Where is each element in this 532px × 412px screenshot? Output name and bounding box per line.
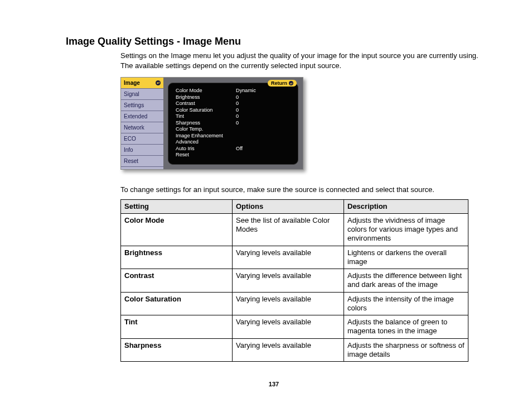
osd-tab-label: Image (124, 80, 140, 86)
osd-setting-row[interactable]: Brightness0 (176, 94, 291, 101)
osd-setting-value: 0 (236, 120, 239, 127)
osd-tab-label: Info (124, 147, 133, 153)
osd-setting-name: Contrast (176, 100, 236, 107)
table-row: BrightnessVarying levels availableLighte… (121, 246, 468, 269)
cell-description: Adjusts the intensity of the image color… (344, 292, 468, 315)
osd-sidebar: Image↵SignalSettingsExtendedNetworkECOIn… (121, 78, 163, 169)
cell-description: Adjusts the vividness of image colors fo… (344, 213, 468, 246)
return-label: Return (271, 80, 287, 86)
osd-setting-row[interactable]: Color Saturation0 (176, 107, 291, 114)
cell-description: Adjusts the difference between light and… (344, 269, 468, 293)
osd-settings-panel: Color ModeDynamicBrightness0Contrast0Col… (168, 83, 298, 165)
osd-tab-signal[interactable]: Signal (121, 89, 163, 100)
osd-tab-network[interactable]: Network (121, 122, 163, 133)
cell-options: Varying levels available (233, 338, 344, 362)
osd-setting-value: 0 (236, 113, 239, 120)
settings-table: Setting Options Description Color ModeSe… (120, 199, 468, 362)
osd-setting-name: Advanced (176, 139, 236, 146)
col-options: Options (233, 199, 344, 213)
osd-setting-name: Color Mode (176, 88, 236, 94)
page-title: Image Quality Settings - Image Menu (66, 36, 482, 47)
osd-tab-settings[interactable]: Settings (121, 100, 163, 111)
intro-text: Settings on the Image menu let you adjus… (120, 51, 482, 70)
osd-window: Image↵SignalSettingsExtendedNetworkECOIn… (120, 77, 303, 170)
osd-tab-label: Settings (124, 102, 144, 108)
return-button[interactable]: Return ↵ (268, 80, 297, 87)
osd-screenshot: Image↵SignalSettingsExtendedNetworkECOIn… (120, 77, 482, 170)
osd-setting-row[interactable]: Tint0 (176, 113, 291, 120)
osd-tab-label: Network (124, 124, 144, 131)
table-header-row: Setting Options Description (121, 199, 468, 213)
osd-setting-row[interactable]: Advanced (176, 139, 291, 146)
osd-setting-row[interactable]: Reset (176, 152, 291, 159)
osd-tab-label: Signal (124, 91, 139, 97)
osd-setting-value: Off (236, 146, 243, 152)
osd-setting-value: 0 (236, 94, 239, 101)
osd-setting-row[interactable]: Color ModeDynamic (176, 88, 291, 94)
osd-tab-image[interactable]: Image↵ (121, 78, 163, 89)
osd-tab-label: Reset (124, 158, 138, 164)
osd-tab-info[interactable]: Info (121, 145, 163, 156)
table-row: ContrastVarying levels availableAdjusts … (121, 269, 468, 293)
col-description: Description (344, 199, 468, 213)
table-row: Color SaturationVarying levels available… (121, 292, 468, 315)
enter-icon: ↵ (289, 81, 293, 85)
osd-setting-name: Reset (176, 152, 236, 159)
osd-tab-eco[interactable]: ECO (121, 133, 163, 145)
page-number: 137 (66, 381, 482, 387)
cell-description: Adjusts the balance of green to magenta … (344, 315, 468, 339)
cell-options: Varying levels available (233, 292, 344, 315)
osd-setting-row[interactable]: Auto IrisOff (176, 146, 291, 152)
cell-setting: Color Mode (121, 213, 233, 246)
osd-tab-label: ECO (124, 136, 136, 142)
cell-setting: Tint (121, 315, 233, 339)
osd-tab-reset[interactable]: Reset (121, 156, 163, 167)
cell-setting: Brightness (121, 246, 233, 269)
osd-setting-row[interactable]: Sharpness0 (176, 120, 291, 127)
cell-setting: Color Saturation (121, 292, 233, 315)
osd-tab-label: Extended (124, 113, 147, 119)
cell-options: Varying levels available (233, 246, 344, 269)
cell-options: See the list of available Color Modes (233, 213, 344, 246)
osd-setting-name: Color Saturation (176, 107, 236, 114)
cell-options: Varying levels available (233, 315, 344, 339)
osd-setting-value: 0 (236, 107, 239, 114)
osd-setting-row[interactable]: Image Enhancement (176, 133, 291, 140)
table-row: Color ModeSee the list of available Colo… (121, 213, 468, 246)
osd-setting-row[interactable]: Color Temp. (176, 126, 291, 133)
cell-description: Adjusts the sharpness or softness of ima… (344, 338, 468, 362)
osd-setting-name: Auto Iris (176, 146, 236, 152)
osd-setting-row[interactable]: Contrast0 (176, 100, 291, 107)
col-setting: Setting (121, 199, 233, 213)
osd-setting-name: Image Enhancement (176, 133, 236, 140)
osd-setting-name: Brightness (176, 94, 236, 101)
osd-setting-value: Dynamic (236, 88, 256, 94)
osd-setting-name: Color Temp. (176, 126, 236, 133)
cell-description: Lightens or darkens the overall image (344, 246, 468, 269)
table-row: TintVarying levels availableAdjusts the … (121, 315, 468, 339)
cell-options: Varying levels available (233, 269, 344, 293)
table-row: SharpnessVarying levels availableAdjusts… (121, 338, 468, 362)
osd-setting-name: Tint (176, 113, 236, 120)
osd-main-panel: Return ↵ Color ModeDynamicBrightness0Con… (163, 78, 303, 169)
osd-tab-extended[interactable]: Extended (121, 111, 163, 122)
cell-setting: Sharpness (121, 338, 233, 362)
note-text: To change settings for an input source, … (120, 185, 482, 194)
osd-setting-name: Sharpness (176, 120, 236, 127)
cell-setting: Contrast (121, 269, 233, 293)
osd-setting-value: 0 (236, 100, 239, 107)
enter-icon: ↵ (156, 80, 161, 85)
